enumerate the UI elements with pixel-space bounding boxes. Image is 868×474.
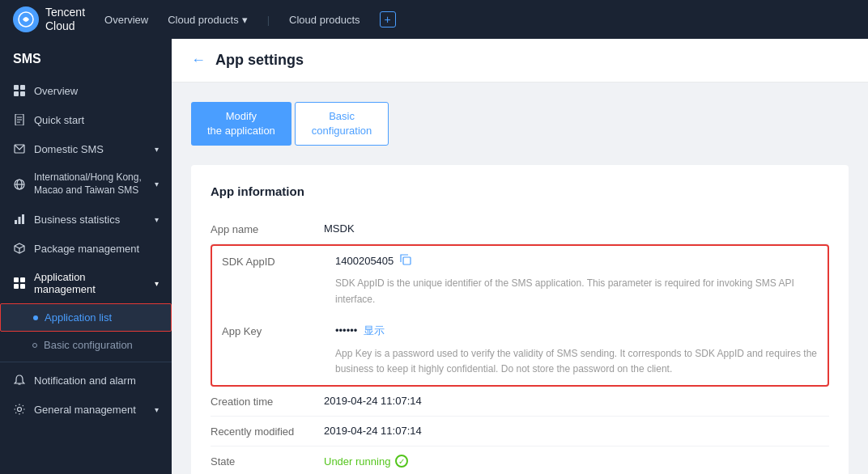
sidebar-title: SMS (0, 39, 172, 76)
label-creation-time: Creation time (211, 395, 324, 408)
nav-divider: | (267, 14, 270, 26)
info-row-app-key: App Key •••••• 显示 App Key is a password … (212, 315, 828, 385)
running-status-icon: ✓ (395, 455, 408, 468)
info-row-creation-time: Creation time 2019-04-24 11:07:14 (211, 387, 829, 417)
nav-cloud-products-label[interactable]: Cloud products (289, 14, 360, 26)
settings-icon (13, 403, 26, 416)
show-key-link[interactable]: 显示 (364, 324, 385, 338)
info-row-state: State Under running ✓ (211, 446, 829, 474)
sidebar-item-overview[interactable]: Overview (0, 76, 172, 105)
label-app-name: App name (211, 222, 324, 235)
inactive-dot (32, 343, 37, 348)
logo-icon (13, 6, 39, 32)
logo: Tencent Cloud (13, 6, 85, 33)
sidebar-item-app-mgmt[interactable]: Application management ▾ (0, 263, 172, 303)
info-row-recently-modified: Recently modified 2019-04-24 11:07:14 (211, 417, 829, 446)
sidebar-item-package-mgmt[interactable]: Package management (0, 234, 172, 263)
logo-text: Tencent Cloud (45, 6, 85, 33)
label-recently-modified: Recently modified (211, 425, 324, 438)
value-recently-modified: 2019-04-24 11:07:14 (324, 425, 829, 437)
bell-icon (13, 374, 26, 387)
label-spacer (222, 273, 335, 307)
sidebar-item-notification[interactable]: Notification and alarm (0, 366, 172, 395)
label-spacer2 (222, 343, 335, 377)
svg-line-17 (15, 246, 19, 248)
copy-icon[interactable] (400, 254, 411, 268)
back-button[interactable]: ← (191, 52, 206, 69)
label-sdk-appid: SDK AppID (222, 255, 335, 268)
box-icon (13, 242, 26, 255)
chevron-icon: ▾ (155, 145, 159, 154)
svg-rect-3 (14, 91, 19, 96)
app-icon (13, 277, 26, 290)
chart-icon (13, 213, 26, 226)
chevron-icon: ▾ (155, 215, 159, 224)
sidebar-item-quick-start[interactable]: Quick start (0, 105, 172, 134)
label-app-key: App Key (222, 324, 335, 337)
label-state: State (211, 455, 324, 468)
page-body: Modify the application Basic configurati… (172, 83, 868, 474)
desc-sdk-appid: SDK AppID is the unique identifier of th… (335, 276, 818, 307)
svg-point-25 (18, 408, 22, 412)
sidebar: SMS Overview Quick start Domestic SMS ▾ (0, 39, 172, 474)
chevron-icon: ▾ (155, 405, 159, 414)
svg-rect-21 (20, 277, 25, 282)
value-app-name: MSDK (324, 222, 829, 235)
value-creation-time: 2019-04-24 11:07:14 (324, 395, 829, 407)
svg-rect-20 (14, 277, 19, 282)
main-content: ← App settings Modify the application Ba… (172, 39, 868, 474)
svg-rect-22 (14, 284, 19, 289)
value-state: Under running ✓ (324, 455, 829, 468)
svg-line-18 (19, 246, 24, 248)
svg-rect-13 (15, 220, 17, 224)
app-info-title: App information (211, 184, 829, 198)
sidebar-item-general-mgmt[interactable]: General management ▾ (0, 395, 172, 424)
svg-rect-15 (22, 214, 24, 224)
nav-cloud-products[interactable]: Cloud products ▾ (168, 14, 247, 26)
sidebar-item-app-list[interactable]: Application list (0, 303, 172, 332)
globe-icon (13, 178, 26, 191)
tab-modify-application[interactable]: Modify the application (191, 102, 291, 146)
desc-app-key: App Key is a password used to verify the… (335, 346, 818, 377)
grid-icon (13, 84, 26, 97)
page-title: App settings (215, 52, 304, 69)
tab-basic-configuration[interactable]: Basic configuration (295, 102, 389, 146)
tab-bar: Modify the application Basic configurati… (191, 102, 849, 146)
info-row-sdk-appid: SDK AppID 1400205405 SDK AppID is the un… (212, 246, 828, 315)
value-app-key: •••••• 显示 (335, 324, 385, 338)
sidebar-item-intl-sms[interactable]: International/Hong Kong, Macao and Taiwa… (0, 163, 172, 205)
active-dot (33, 315, 38, 320)
svg-rect-23 (20, 284, 25, 289)
chevron-down-icon: ▾ (242, 14, 248, 26)
sidebar-divider (0, 362, 172, 362)
sidebar-item-business-stats[interactable]: Business statistics ▾ (0, 205, 172, 234)
add-product-button[interactable]: + (380, 11, 396, 28)
svg-rect-14 (19, 217, 21, 224)
sidebar-item-domestic-sms[interactable]: Domestic SMS ▾ (0, 134, 172, 163)
svg-rect-26 (403, 257, 411, 265)
file-icon (13, 113, 26, 126)
mail-icon (13, 142, 26, 155)
app-info-card: App information App name MSDK SDK AppID … (191, 165, 849, 474)
chevron-icon: ▾ (155, 279, 159, 288)
value-sdk-appid: 1400205405 (335, 254, 411, 268)
chevron-icon: ▾ (155, 179, 159, 189)
svg-rect-4 (20, 91, 25, 96)
svg-rect-2 (20, 85, 25, 90)
info-row-app-name: App name MSDK (211, 214, 829, 244)
sidebar-item-basic-config[interactable]: Basic configuration (0, 332, 172, 358)
page-header: ← App settings (172, 39, 868, 83)
top-navigation: Tencent Cloud Overview Cloud products ▾ … (0, 0, 868, 39)
svg-rect-1 (14, 85, 19, 90)
nav-overview[interactable]: Overview (104, 14, 148, 26)
